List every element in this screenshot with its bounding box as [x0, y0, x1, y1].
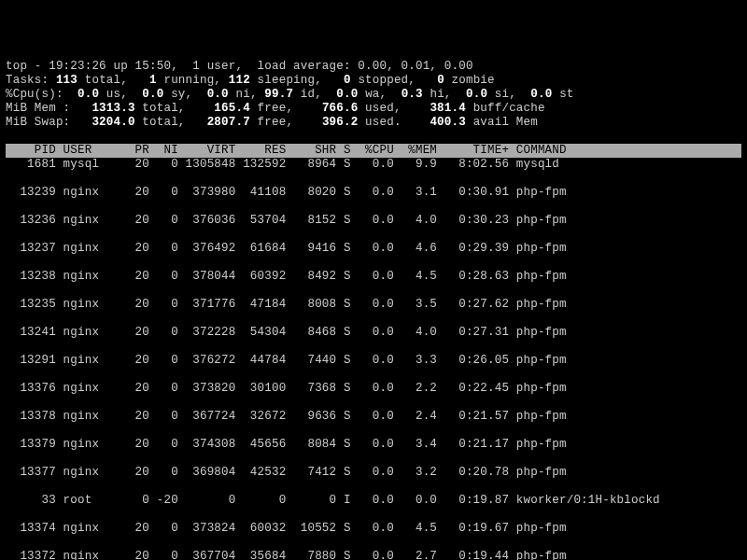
tasks-line: Tasks: 113 total, 1 running, 112 sleepin…: [6, 74, 495, 87]
process-row: 1681 mysql 20 0 1305848 132592 8964 S 0.…: [6, 158, 741, 172]
process-row: 13376 nginx 20 0 373820 30100 7368 S 0.0…: [6, 382, 741, 396]
process-row: 13235 nginx 20 0 371776 47184 8008 S 0.0…: [6, 298, 741, 312]
process-row: 13291 nginx 20 0 376272 44784 7440 S 0.0…: [6, 354, 741, 368]
process-row: 33 root 0 -20 0 0 0 I 0.0 0.0 0:19.87 kw…: [6, 494, 741, 508]
uptime-line: top - 19:23:26 up 15:50, 1 user, load av…: [6, 60, 473, 73]
swap-line: MiB Swap: 3204.0 total, 2807.7 free, 396…: [6, 116, 538, 129]
process-row: 13237 nginx 20 0 376492 61684 9416 S 0.0…: [6, 242, 741, 256]
process-row: 13238 nginx 20 0 378044 60392 8492 S 0.0…: [6, 270, 741, 284]
process-row: 13372 nginx 20 0 367704 35684 7880 S 0.0…: [6, 550, 741, 560]
process-row: 13379 nginx 20 0 374308 45656 8084 S 0.0…: [6, 438, 741, 452]
process-row: 13378 nginx 20 0 367724 32672 9636 S 0.0…: [6, 410, 741, 424]
process-row: 13236 nginx 20 0 376036 53704 8152 S 0.0…: [6, 214, 741, 228]
process-row: 13377 nginx 20 0 369804 42532 7412 S 0.0…: [6, 466, 741, 480]
column-header[interactable]: PID USER PR NI VIRT RES SHR S %CPU %MEM …: [6, 144, 741, 158]
cpu-line: %Cpu(s): 0.0 us, 0.0 sy, 0.0 ni, 99.7 id…: [6, 88, 574, 101]
process-row: 13374 nginx 20 0 373824 60032 10552 S 0.…: [6, 522, 741, 536]
process-row: 13239 nginx 20 0 373980 41108 8020 S 0.0…: [6, 186, 741, 200]
process-row: 13241 nginx 20 0 372228 54304 8468 S 0.0…: [6, 326, 741, 340]
mem-line: MiB Mem : 1313.3 total, 165.4 free, 766.…: [6, 102, 545, 115]
